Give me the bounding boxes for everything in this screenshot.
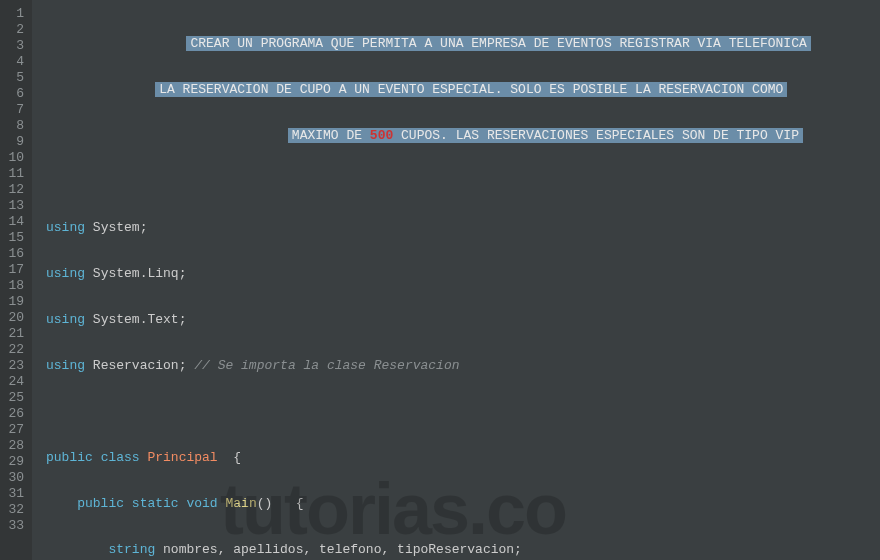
line-number: 22 — [4, 342, 24, 358]
line-number: 23 — [4, 358, 24, 374]
code-line: using System.Linq; — [46, 266, 880, 282]
line-number: 25 — [4, 390, 24, 406]
line-number: 6 — [4, 86, 24, 102]
code-area[interactable]: CREAR UN PROGRAMA QUE PERMITA A UNA EMPR… — [32, 0, 880, 560]
line-number: 33 — [4, 518, 24, 534]
code-line — [46, 404, 880, 420]
highlighted-comment: MAXIMO DE 500 CUPOS. LAS RESERVACIONES E… — [288, 128, 803, 143]
line-number: 21 — [4, 326, 24, 342]
code-line: string nombres, apellidos, telefono, tip… — [46, 542, 880, 558]
line-number: 11 — [4, 166, 24, 182]
line-number: 5 — [4, 70, 24, 86]
line-number: 32 — [4, 502, 24, 518]
line-number: 14 — [4, 214, 24, 230]
code-line: CREAR UN PROGRAMA QUE PERMITA A UNA EMPR… — [46, 36, 880, 52]
code-line — [46, 174, 880, 190]
code-line: public static void Main() { — [46, 496, 880, 512]
code-line: LA RESERVACION DE CUPO A UN EVENTO ESPEC… — [46, 82, 880, 98]
highlighted-comment: CREAR UN PROGRAMA QUE PERMITA A UNA EMPR… — [186, 36, 810, 51]
line-number: 28 — [4, 438, 24, 454]
line-number: 16 — [4, 246, 24, 262]
line-number: 19 — [4, 294, 24, 310]
line-number: 12 — [4, 182, 24, 198]
line-number: 29 — [4, 454, 24, 470]
line-number: 24 — [4, 374, 24, 390]
line-number: 20 — [4, 310, 24, 326]
line-number: 3 — [4, 38, 24, 54]
line-number: 10 — [4, 150, 24, 166]
line-number: 27 — [4, 422, 24, 438]
code-line: using Reservacion; // Se importa la clas… — [46, 358, 880, 374]
code-line: public class Principal { — [46, 450, 880, 466]
code-editor: 1234567891011121314151617181920212223242… — [0, 0, 880, 560]
line-number: 4 — [4, 54, 24, 70]
line-number: 13 — [4, 198, 24, 214]
highlighted-comment: LA RESERVACION DE CUPO A UN EVENTO ESPEC… — [155, 82, 787, 97]
code-line: using System.Text; — [46, 312, 880, 328]
line-number: 15 — [4, 230, 24, 246]
line-number-gutter: 1234567891011121314151617181920212223242… — [0, 0, 32, 560]
line-number: 2 — [4, 22, 24, 38]
line-number: 26 — [4, 406, 24, 422]
code-line: using System; — [46, 220, 880, 236]
code-line: MAXIMO DE 500 CUPOS. LAS RESERVACIONES E… — [46, 128, 880, 144]
line-number: 7 — [4, 102, 24, 118]
line-number: 9 — [4, 134, 24, 150]
line-number: 31 — [4, 486, 24, 502]
line-number: 1 — [4, 6, 24, 22]
line-number: 17 — [4, 262, 24, 278]
line-number: 30 — [4, 470, 24, 486]
line-number: 8 — [4, 118, 24, 134]
line-number: 18 — [4, 278, 24, 294]
